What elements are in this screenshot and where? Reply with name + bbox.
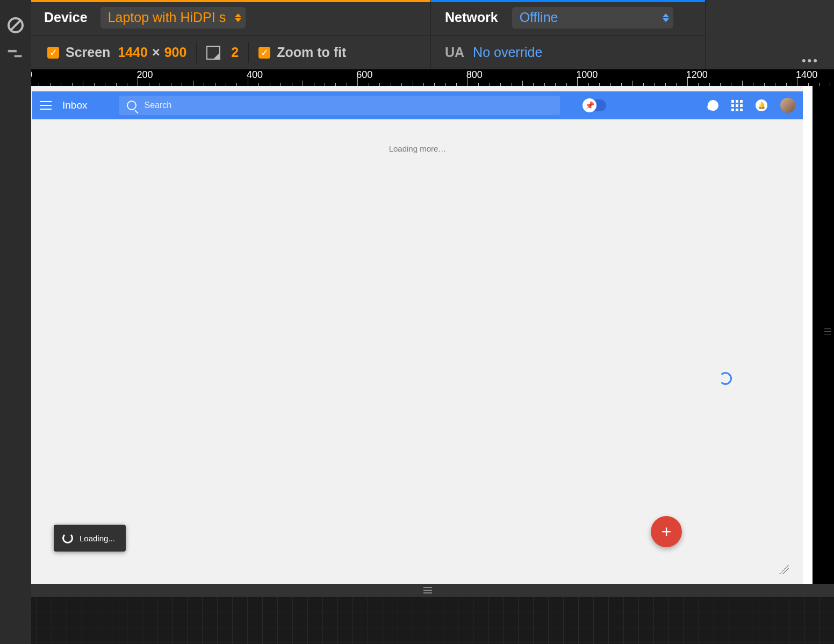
no-entry-icon[interactable] [8, 17, 24, 33]
app-header: Inbox 📌 [32, 91, 803, 119]
hangouts-icon[interactable] [707, 99, 720, 112]
divider [705, 0, 706, 69]
screen-width[interactable]: 1440 [118, 45, 148, 60]
more-menu-icon[interactable]: ••• [802, 54, 819, 68]
drawer-resize-bar[interactable] [21, 584, 834, 597]
ruler-h-number: 600 [356, 69, 372, 81]
separator [196, 42, 197, 63]
notifications-icon[interactable] [756, 99, 767, 111]
page-scrollbar[interactable] [803, 86, 813, 584]
dpr-icon [206, 46, 220, 60]
ruler-h-number: 400 [247, 69, 263, 81]
ua-label: UA [445, 45, 464, 60]
search-icon [127, 101, 136, 110]
screen-label: Screen [66, 45, 110, 60]
devtools-left-strip [0, 0, 31, 644]
devtools-device-toolbar: Device Laptop with HiDPI s Network Offli… [31, 0, 834, 69]
ua-value[interactable]: No override [473, 45, 542, 60]
screen-height[interactable]: 900 [164, 45, 187, 60]
toast-text: Loading... [80, 534, 115, 543]
pin-toggle[interactable]: 📌 [583, 99, 606, 111]
zoom-label: Zoom to fit [277, 45, 346, 60]
search-input[interactable] [144, 101, 552, 110]
grip-icon [423, 587, 432, 593]
avatar[interactable] [780, 98, 795, 113]
times-icon: × [152, 45, 160, 60]
emulated-viewport: Inbox 📌 Loading more… + Loading... [21, 86, 813, 584]
search-box[interactable] [119, 96, 560, 115]
filter-icon[interactable] [8, 48, 21, 59]
screen-checkbox[interactable] [47, 47, 59, 59]
page-body: Loading more… + Loading... [32, 119, 803, 584]
network-select[interactable]: Offline [512, 7, 673, 28]
device-select[interactable]: Laptop with HiDPI s [100, 7, 246, 28]
select-arrows-icon [235, 13, 241, 22]
ruler-h-number: 1200 [686, 69, 708, 81]
select-arrows-icon [663, 13, 669, 22]
ruler-h-number: 1400 [796, 69, 817, 81]
right-resize-grip-icon[interactable]: | | | [824, 328, 832, 334]
resize-handle-icon[interactable] [779, 564, 789, 574]
pin-icon: 📌 [583, 98, 596, 112]
network-select-value: Offline [520, 10, 558, 25]
spinner-icon [719, 372, 732, 385]
network-label: Network [445, 10, 498, 25]
zoom-checkbox[interactable] [258, 47, 270, 59]
ruler-h-number: 200 [136, 69, 153, 81]
ruler-horizontal: 0200400600800100012001400 [21, 69, 834, 86]
dpr-value[interactable]: 2 [231, 45, 239, 60]
compose-fab[interactable]: + [651, 516, 682, 547]
device-select-value: Laptop with HiDPI s [108, 10, 226, 25]
ruler-h-number: 1000 [576, 69, 598, 81]
plus-icon: + [662, 522, 672, 542]
apps-icon[interactable] [731, 100, 743, 111]
separator [248, 42, 249, 63]
device-label: Device [44, 10, 88, 25]
spinner-icon [62, 533, 73, 543]
loading-more-text: Loading more… [389, 144, 447, 153]
header-actions [708, 98, 795, 113]
menu-icon[interactable] [40, 101, 52, 110]
app-title: Inbox [62, 99, 87, 111]
ruler-h-number: 800 [466, 69, 483, 81]
devtools-drawer [21, 597, 834, 644]
loading-toast: Loading... [54, 525, 126, 552]
